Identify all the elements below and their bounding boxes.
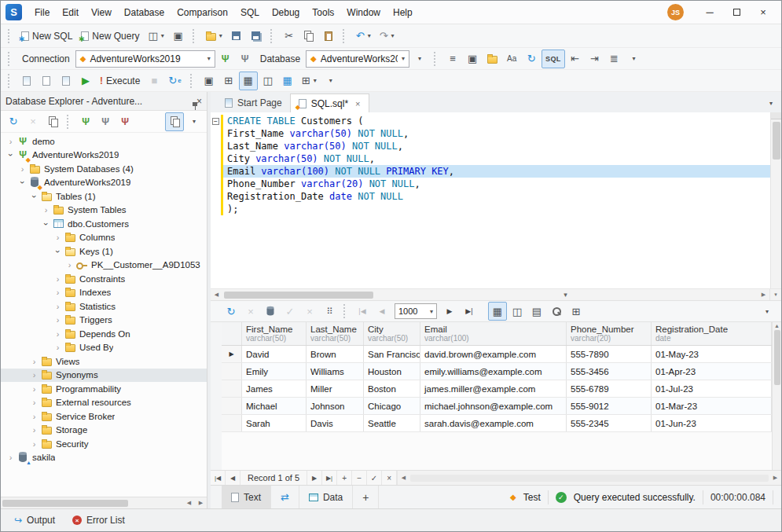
cell-last-name[interactable]: Miller <box>307 380 364 397</box>
cancel-edit-button[interactable]: × <box>382 471 397 485</box>
tree-item-dbo-customers[interactable]: ›dbo.Customers <box>1 217 207 231</box>
cell-registration-date[interactable]: 01-Mar-23 <box>652 398 772 414</box>
tree-item-columns[interactable]: ›Columns <box>1 231 207 245</box>
chevron-icon[interactable]: › <box>6 453 16 462</box>
last-record-button[interactable]: ▶| <box>322 471 337 485</box>
export-data-button[interactable] <box>261 302 280 321</box>
explorer-overflow-button[interactable]: ▾ <box>185 112 204 131</box>
execute-button[interactable]: ! Execute <box>96 72 144 90</box>
document-outline-button[interactable]: ≡ <box>443 50 462 68</box>
save-all-button[interactable] <box>247 27 266 46</box>
tree-item-used-by[interactable]: ›Used By <box>1 341 207 355</box>
chevron-icon[interactable]: › <box>6 150 16 160</box>
cell-city[interactable]: San Francisco <box>364 346 420 362</box>
decrease-indent-button[interactable]: ⇤ <box>566 50 585 68</box>
redo-button[interactable]: ↷▾ <box>376 27 398 46</box>
tree-item-system-databases-4[interactable]: ›System Databases (4) <box>1 162 207 176</box>
debug-button[interactable]: ↻e <box>164 72 185 90</box>
refresh-code-button[interactable]: ↻ <box>522 50 541 68</box>
splitter-grip[interactable] <box>771 112 781 119</box>
cell-city[interactable]: Chicago <box>364 398 420 414</box>
tree-item-programmability[interactable]: ›Programmability <box>1 382 207 396</box>
copy-button[interactable] <box>299 27 318 46</box>
tree-item-statistics[interactable]: ›Statistics <box>1 299 207 314</box>
chevron-icon[interactable]: › <box>29 425 39 435</box>
add-tab-button[interactable]: + <box>353 486 379 508</box>
chevron-icon[interactable]: › <box>53 233 63 242</box>
save-button[interactable] <box>227 27 246 46</box>
chevron-icon[interactable]: › <box>53 288 63 297</box>
cell-last-name[interactable]: Johnson <box>307 398 364 414</box>
scroll-left-icon[interactable]: ◀ <box>398 472 409 483</box>
commit-button[interactable]: ✓ <box>281 302 299 321</box>
cell-email[interactable]: sarah.davis@example.com <box>420 415 567 431</box>
chevron-icon[interactable]: › <box>29 412 39 421</box>
explorer-disconnect-button[interactable]: Ψ <box>116 112 134 131</box>
tree-item-security[interactable]: ›Security <box>1 437 207 451</box>
chevron-icon[interactable]: › <box>29 370 39 380</box>
tab-close-icon[interactable]: × <box>355 99 360 108</box>
cell-first-name[interactable]: Michael <box>242 398 307 414</box>
validate-button[interactable]: ▣ <box>463 50 482 68</box>
query-profiler-button[interactable]: ▣ <box>200 72 218 90</box>
tab-list-dropdown-button[interactable]: ▾ <box>761 94 781 112</box>
next-record-button[interactable]: ▶ <box>307 471 322 485</box>
last-page-button[interactable]: ▶| <box>460 302 479 321</box>
column-header-email[interactable]: Emailvarchar(100) <box>420 322 567 345</box>
results-refresh-button[interactable]: ↻ <box>222 302 240 321</box>
menu-sql[interactable]: SQL <box>234 4 266 21</box>
code-line[interactable]: Last_Name varchar(50) NOT NULL, <box>211 140 770 152</box>
chevron-icon[interactable]: › <box>53 329 63 339</box>
format-sql-button[interactable]: ≣ <box>605 50 624 68</box>
next-page-button[interactable]: ▶ <box>440 302 459 321</box>
scroll-left-icon[interactable]: ◀ <box>211 289 222 300</box>
column-chooser-button[interactable]: ⠿ <box>320 302 339 321</box>
new-window-button[interactable]: ▣ <box>169 27 188 46</box>
results-to-grid-button[interactable]: ▦ <box>239 72 258 90</box>
code-line[interactable]: Email varchar(100) NOT NULL PRIMARY KEY, <box>211 165 770 178</box>
scrollbar-thumb[interactable] <box>774 330 780 385</box>
cell-first-name[interactable]: Sarah <box>242 415 307 431</box>
pivot-view-button[interactable]: ⊞ <box>567 302 586 321</box>
first-record-button[interactable]: |◀ <box>211 471 226 485</box>
cell-registration-date[interactable]: 01-May-23 <box>652 346 772 362</box>
menu-comparison[interactable]: Comparison <box>171 4 234 21</box>
toolbar-overflow-button[interactable]: ▾ <box>625 50 644 68</box>
record-view-button[interactable]: ◫ <box>508 302 527 321</box>
cell-city[interactable]: Houston <box>364 363 420 380</box>
fold-toggle-icon[interactable]: − <box>212 118 219 125</box>
export-script-button[interactable] <box>17 72 36 90</box>
scrollbar-thumb[interactable] <box>773 122 780 160</box>
cell-last-name[interactable]: Williams <box>307 363 364 380</box>
generate-script-button[interactable] <box>57 72 75 90</box>
new-sql-button[interactable]: New SQL <box>17 27 76 46</box>
code-line[interactable]: ); <box>211 203 770 215</box>
connection-combo[interactable]: ◆ AdventureWorks2019 ▾ <box>75 50 215 68</box>
split-results-button[interactable]: ◫ <box>259 72 277 90</box>
cell-registration-date[interactable]: 01-Jun-23 <box>652 415 772 431</box>
tree-item-demo[interactable]: ›Ψdemo <box>1 134 207 149</box>
tab-start-page[interactable]: Start Page <box>217 94 290 112</box>
scroll-right-icon[interactable]: ▶ <box>758 289 769 300</box>
table-row[interactable]: ▶DavidBrownSan Franciscodavid.brown@exam… <box>222 346 772 363</box>
window-layout-button[interactable]: ◫▾ <box>144 27 167 46</box>
tree-item-keys-1[interactable]: ›Keys (1) <box>1 244 207 259</box>
open-file-button[interactable]: ▾ <box>202 27 226 46</box>
cell-city[interactable]: Boston <box>364 380 420 397</box>
database-combo[interactable]: ◆ AdventureWorks20... ▾ <box>306 50 409 68</box>
sql-formatter-toggle[interactable]: SQL <box>542 50 564 68</box>
chevron-icon[interactable]: › <box>53 302 63 311</box>
snippets-button[interactable] <box>483 50 501 68</box>
import-data-button[interactable] <box>37 72 56 90</box>
chevron-icon[interactable]: › <box>18 178 28 188</box>
chevron-icon[interactable]: › <box>29 398 39 407</box>
menu-database[interactable]: Database <box>118 4 171 21</box>
column-header-registration-date[interactable]: Registration_Datedate <box>652 322 772 345</box>
menu-help[interactable]: Help <box>387 4 419 21</box>
append-record-button[interactable]: + <box>337 471 352 485</box>
code-line[interactable]: Registration_Date date NOT NULL <box>211 190 770 203</box>
cell-first-name[interactable]: David <box>242 346 307 362</box>
tree-item-service-broker[interactable]: ›Service Broker <box>1 409 207 424</box>
new-query-button[interactable]: New Query <box>77 27 143 46</box>
cell-phone-number[interactable]: 555-7890 <box>567 346 652 362</box>
